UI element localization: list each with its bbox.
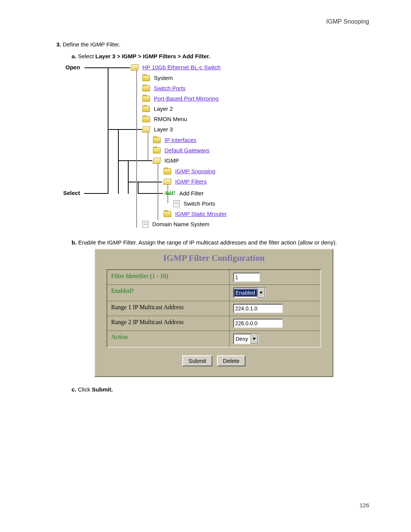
folder-icon — [164, 211, 171, 217]
tree-item-ip-interfaces[interactable]: IP Interfaces — [164, 137, 196, 143]
nav-tree: Open Select — [72, 62, 369, 230]
tree-item-port-mirroring[interactable]: Port-Based Port Mirroring — [154, 95, 218, 102]
chevron-down-icon[interactable] — [250, 334, 258, 344]
folder-icon — [142, 96, 150, 102]
page-header-title: IGMP Snooping — [326, 18, 369, 25]
tree-item-system[interactable]: System — [154, 75, 173, 81]
folder-open-icon — [131, 64, 139, 70]
delete-button[interactable]: Delete — [217, 355, 245, 366]
folder-icon — [142, 106, 150, 112]
filter-id-input[interactable] — [233, 273, 260, 282]
folder-open-icon — [163, 179, 172, 185]
submit-button[interactable]: Submit — [182, 355, 212, 366]
tree-item-default-gateways[interactable]: Default Gateways — [164, 147, 209, 153]
tree-item-igmp-static-mrouter[interactable]: IGMP Static Mrouter — [175, 211, 227, 217]
tree-item-layer3[interactable]: Layer 3 — [154, 126, 173, 133]
range2-label: Range 2 IP Multicast Address — [107, 316, 229, 331]
page-number: 126 — [360, 502, 369, 508]
folder-open-icon — [153, 158, 161, 164]
callout-open: Open — [65, 64, 80, 70]
tree-item-rmon[interactable]: RMON Menu — [154, 116, 187, 122]
tree-item-switch-ports[interactable]: Switch Ports — [154, 85, 185, 91]
document-icon — [174, 200, 180, 207]
action-select[interactable]: Deny — [233, 334, 259, 344]
substep-c-marker: c. — [72, 386, 76, 393]
chevron-down-icon[interactable] — [257, 288, 265, 298]
folder-icon — [142, 116, 150, 122]
substep-b-marker: b. — [72, 239, 76, 246]
document-icon — [142, 221, 148, 228]
substep-a: a. Select Layer 3 > IGMP > IGMP Filters … — [72, 53, 369, 59]
substep-c: c. Click Submit. — [72, 386, 369, 393]
folder-icon — [142, 85, 150, 91]
tree-item-dns[interactable]: Domain Name System — [152, 221, 209, 227]
substep-a-marker: a. — [72, 53, 76, 59]
enabled-select[interactable]: Enabled — [233, 288, 266, 298]
substep-b: b. Enable the IGMP Filter. Assign the ra… — [72, 239, 369, 246]
step-text: Define the IGMP Filter. — [63, 41, 120, 48]
add-icon: Add! — [164, 189, 175, 198]
folder-icon — [142, 75, 150, 81]
substep-c-prefix: Click — [78, 386, 92, 393]
folder-icon — [164, 168, 171, 174]
folder-icon — [153, 147, 161, 153]
igmp-filter-config-title: IGMP Filter Configuration — [95, 249, 333, 269]
range2-input[interactable] — [233, 319, 283, 328]
callout-select: Select — [63, 190, 80, 196]
filter-id-label: Filter Identifier (1 - 16) — [107, 270, 229, 284]
range1-input[interactable] — [233, 304, 283, 313]
tree-root[interactable]: HP 10Gb Ethernet BL-c Switch — [142, 64, 221, 70]
substep-a-path: Layer 3 > IGMP > IGMP Filters > Add Filt… — [96, 53, 210, 59]
substep-c-bold: Submit. — [92, 386, 113, 393]
folder-icon — [153, 137, 161, 143]
tree-item-igmp[interactable]: IGMP — [164, 157, 179, 164]
folder-open-icon — [142, 126, 150, 133]
action-label: Action — [107, 331, 229, 347]
enabled-label: Enabled? — [107, 284, 229, 301]
igmp-filter-config-panel: IGMP Filter Configuration Filter Identif… — [94, 249, 333, 377]
step-number: 3. — [56, 41, 61, 48]
tree-item-igmp-snooping[interactable]: IGMP Snooping — [175, 168, 215, 174]
range1-label: Range 1 IP Multicast Address — [107, 301, 229, 316]
tree-item-igmp-filters[interactable]: IGMP Filters — [175, 178, 207, 185]
action-select-value: Deny — [234, 335, 250, 343]
tree-item-switch-ports-doc[interactable]: Switch Ports — [183, 200, 215, 207]
tree-item-layer2[interactable]: Layer 2 — [154, 105, 173, 112]
substep-b-text: Enable the IGMP Filter. Assign the range… — [78, 239, 337, 246]
step-3: 3. Define the IGMP Filter. — [56, 41, 369, 48]
tree-item-add-filter[interactable]: Add Filter — [179, 190, 204, 197]
enabled-select-value: Enabled — [234, 289, 257, 297]
substep-a-prefix: Select — [78, 53, 96, 59]
